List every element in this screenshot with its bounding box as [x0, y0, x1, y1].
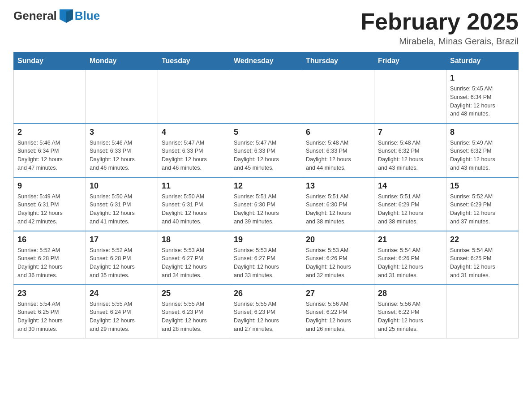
logo: General Blue	[13, 9, 100, 23]
calendar-table: SundayMondayTuesdayWednesdayThursdayFrid…	[13, 52, 519, 338]
calendar-cell	[374, 70, 446, 124]
calendar-week-row: 9Sunrise: 5:49 AMSunset: 6:31 PMDaylight…	[14, 177, 519, 231]
calendar-week-row: 23Sunrise: 5:54 AMSunset: 6:25 PMDayligh…	[14, 285, 519, 338]
calendar-cell: 27Sunrise: 5:56 AMSunset: 6:22 PMDayligh…	[302, 285, 374, 338]
day-number: 18	[162, 235, 226, 244]
column-header-saturday: Saturday	[446, 52, 519, 70]
calendar-cell: 21Sunrise: 5:54 AMSunset: 6:26 PMDayligh…	[374, 231, 446, 285]
day-info: Sunrise: 5:46 AMSunset: 6:34 PMDaylight:…	[17, 139, 82, 172]
day-number: 6	[306, 128, 370, 137]
day-number: 12	[234, 181, 298, 191]
day-number: 27	[306, 289, 370, 298]
day-info: Sunrise: 5:48 AMSunset: 6:32 PMDaylight:…	[378, 139, 442, 172]
day-number: 19	[234, 235, 298, 244]
day-info: Sunrise: 5:55 AMSunset: 6:23 PMDaylight:…	[162, 300, 226, 334]
calendar-cell	[86, 70, 158, 124]
day-number: 16	[17, 235, 82, 244]
calendar-cell: 20Sunrise: 5:53 AMSunset: 6:26 PMDayligh…	[302, 231, 374, 285]
calendar-cell: 25Sunrise: 5:55 AMSunset: 6:23 PMDayligh…	[158, 285, 230, 338]
day-number: 25	[162, 289, 226, 298]
calendar-cell	[158, 70, 230, 124]
calendar-cell: 23Sunrise: 5:54 AMSunset: 6:25 PMDayligh…	[14, 285, 86, 338]
calendar-cell	[230, 70, 302, 124]
day-info: Sunrise: 5:54 AMSunset: 6:25 PMDaylight:…	[17, 300, 82, 334]
calendar-cell: 1Sunrise: 5:45 AMSunset: 6:34 PMDaylight…	[446, 70, 519, 124]
day-info: Sunrise: 5:45 AMSunset: 6:34 PMDaylight:…	[450, 85, 515, 118]
day-info: Sunrise: 5:52 AMSunset: 6:28 PMDaylight:…	[90, 246, 154, 280]
calendar-cell: 15Sunrise: 5:52 AMSunset: 6:29 PMDayligh…	[446, 177, 519, 231]
day-number: 28	[378, 289, 442, 298]
calendar-cell: 16Sunrise: 5:52 AMSunset: 6:28 PMDayligh…	[14, 231, 86, 285]
calendar-cell: 26Sunrise: 5:55 AMSunset: 6:23 PMDayligh…	[230, 285, 302, 338]
calendar-week-row: 1Sunrise: 5:45 AMSunset: 6:34 PMDaylight…	[14, 70, 519, 124]
calendar-cell	[14, 70, 86, 124]
column-header-thursday: Thursday	[302, 52, 374, 70]
day-info: Sunrise: 5:51 AMSunset: 6:29 PMDaylight:…	[378, 193, 442, 226]
calendar-cell: 9Sunrise: 5:49 AMSunset: 6:31 PMDaylight…	[14, 177, 86, 231]
day-info: Sunrise: 5:47 AMSunset: 6:33 PMDaylight:…	[234, 139, 298, 172]
calendar-cell	[302, 70, 374, 124]
day-info: Sunrise: 5:55 AMSunset: 6:23 PMDaylight:…	[234, 300, 298, 334]
column-header-tuesday: Tuesday	[158, 52, 230, 70]
day-info: Sunrise: 5:53 AMSunset: 6:27 PMDaylight:…	[162, 246, 226, 280]
calendar-week-row: 16Sunrise: 5:52 AMSunset: 6:28 PMDayligh…	[14, 231, 519, 285]
calendar-cell: 10Sunrise: 5:50 AMSunset: 6:31 PMDayligh…	[86, 177, 158, 231]
column-header-wednesday: Wednesday	[230, 52, 302, 70]
calendar-cell: 3Sunrise: 5:46 AMSunset: 6:33 PMDaylight…	[86, 124, 158, 177]
day-number: 15	[450, 181, 515, 191]
calendar-cell: 17Sunrise: 5:52 AMSunset: 6:28 PMDayligh…	[86, 231, 158, 285]
day-number: 24	[90, 289, 154, 298]
day-info: Sunrise: 5:56 AMSunset: 6:22 PMDaylight:…	[378, 300, 442, 334]
calendar-week-row: 2Sunrise: 5:46 AMSunset: 6:34 PMDaylight…	[14, 124, 519, 177]
calendar-subtitle: Mirabela, Minas Gerais, Brazil	[360, 36, 519, 47]
day-info: Sunrise: 5:50 AMSunset: 6:31 PMDaylight:…	[90, 193, 154, 226]
calendar-cell: 18Sunrise: 5:53 AMSunset: 6:27 PMDayligh…	[158, 231, 230, 285]
day-info: Sunrise: 5:49 AMSunset: 6:31 PMDaylight:…	[17, 193, 82, 226]
day-number: 21	[378, 235, 442, 244]
day-info: Sunrise: 5:51 AMSunset: 6:30 PMDaylight:…	[234, 193, 298, 226]
day-number: 14	[378, 181, 442, 191]
day-number: 22	[450, 235, 515, 244]
day-number: 26	[234, 289, 298, 298]
day-info: Sunrise: 5:56 AMSunset: 6:22 PMDaylight:…	[306, 300, 370, 334]
day-info: Sunrise: 5:47 AMSunset: 6:33 PMDaylight:…	[162, 139, 226, 172]
calendar-cell: 22Sunrise: 5:54 AMSunset: 6:25 PMDayligh…	[446, 231, 519, 285]
day-info: Sunrise: 5:52 AMSunset: 6:28 PMDaylight:…	[17, 246, 82, 280]
calendar-cell: 28Sunrise: 5:56 AMSunset: 6:22 PMDayligh…	[374, 285, 446, 338]
logo-general-text: General	[13, 9, 57, 23]
day-number: 7	[378, 128, 442, 137]
day-number: 8	[450, 128, 515, 137]
calendar-title: February 2025	[360, 9, 519, 34]
day-number: 10	[90, 181, 154, 191]
calendar-cell	[446, 285, 519, 338]
calendar-cell: 19Sunrise: 5:53 AMSunset: 6:27 PMDayligh…	[230, 231, 302, 285]
day-number: 5	[234, 128, 298, 137]
calendar-cell: 11Sunrise: 5:50 AMSunset: 6:31 PMDayligh…	[158, 177, 230, 231]
calendar-cell: 13Sunrise: 5:51 AMSunset: 6:30 PMDayligh…	[302, 177, 374, 231]
day-number: 2	[17, 128, 82, 137]
day-info: Sunrise: 5:55 AMSunset: 6:24 PMDaylight:…	[90, 300, 154, 334]
column-header-monday: Monday	[86, 52, 158, 70]
day-info: Sunrise: 5:46 AMSunset: 6:33 PMDaylight:…	[90, 139, 154, 172]
day-number: 11	[162, 181, 226, 191]
day-number: 17	[90, 235, 154, 244]
calendar-cell: 2Sunrise: 5:46 AMSunset: 6:34 PMDaylight…	[14, 124, 86, 177]
calendar-cell: 7Sunrise: 5:48 AMSunset: 6:32 PMDaylight…	[374, 124, 446, 177]
calendar-cell: 12Sunrise: 5:51 AMSunset: 6:30 PMDayligh…	[230, 177, 302, 231]
column-header-sunday: Sunday	[14, 52, 86, 70]
logo-blue-text: Blue	[75, 9, 100, 23]
day-info: Sunrise: 5:53 AMSunset: 6:27 PMDaylight:…	[234, 246, 298, 280]
day-number: 20	[306, 235, 370, 244]
day-info: Sunrise: 5:53 AMSunset: 6:26 PMDaylight:…	[306, 246, 370, 280]
calendar-cell: 5Sunrise: 5:47 AMSunset: 6:33 PMDaylight…	[230, 124, 302, 177]
day-number: 4	[162, 128, 226, 137]
day-info: Sunrise: 5:54 AMSunset: 6:25 PMDaylight:…	[450, 246, 515, 280]
page-header: General Blue February 2025 Mirabela, Min…	[13, 9, 519, 47]
day-number: 9	[17, 181, 82, 191]
calendar-cell: 14Sunrise: 5:51 AMSunset: 6:29 PMDayligh…	[374, 177, 446, 231]
title-block: February 2025 Mirabela, Minas Gerais, Br…	[360, 9, 519, 47]
day-info: Sunrise: 5:50 AMSunset: 6:31 PMDaylight:…	[162, 193, 226, 226]
calendar-header-row: SundayMondayTuesdayWednesdayThursdayFrid…	[14, 52, 519, 70]
calendar-cell: 6Sunrise: 5:48 AMSunset: 6:33 PMDaylight…	[302, 124, 374, 177]
calendar-cell: 4Sunrise: 5:47 AMSunset: 6:33 PMDaylight…	[158, 124, 230, 177]
